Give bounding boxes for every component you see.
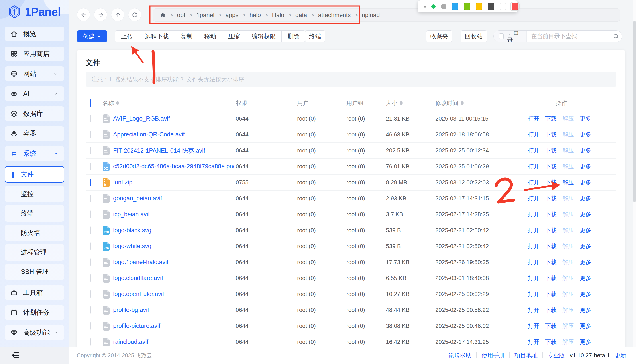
color-swatch[interactable] [464,3,470,10]
page-scrollbar-track[interactable] [633,0,636,364]
file-name-link[interactable]: c52d00d2-dc65-486a-bcaa-2948f79ca88e.png [113,163,234,170]
more-link[interactable]: 更多 [580,162,591,170]
open-link[interactable]: 打开 [528,194,539,202]
breadcrumb-item[interactable]: apps [225,12,239,18]
page-scrollbar-thumb[interactable] [633,21,636,202]
open-link[interactable]: 打开 [528,258,539,266]
sidebar-item-diamond[interactable]: 高级功能 [5,325,64,340]
download-link[interactable]: 下载 [545,115,557,122]
file-name-link[interactable]: gongan_beian.avif [113,195,162,202]
toolbar-button[interactable]: 删除 [281,30,305,42]
sort-control[interactable] [400,101,403,105]
footer-link[interactable]: 论坛求助 [448,352,471,359]
pro-edition-link[interactable]: 专业版 [547,352,565,359]
sort-control[interactable] [461,101,464,105]
unzip-link[interactable]: 解压 [562,306,574,314]
nav-back-button[interactable] [77,8,90,21]
more-link[interactable]: 更多 [580,226,591,234]
search-button[interactable] [610,30,622,42]
nav-up-button[interactable] [111,8,124,21]
unzip-link[interactable]: 解压 [562,115,574,122]
more-link[interactable]: 更多 [580,274,591,282]
unzip-link[interactable]: 解压 [562,147,574,154]
row-checkbox[interactable] [90,147,91,154]
terminal-button[interactable]: 终端 [305,30,325,42]
subdir-checkbox[interactable] [499,34,504,39]
more-link[interactable]: 更多 [580,258,591,266]
sort-control[interactable] [116,101,119,105]
open-link[interactable]: 打开 [528,178,539,186]
sidebar-subitem[interactable]: 终端 [5,205,64,222]
download-link[interactable]: 下载 [545,226,557,234]
breadcrumb-item[interactable]: attachments [318,12,351,18]
file-name-link[interactable]: logo.openEuler.avif [113,291,164,298]
row-checkbox[interactable] [90,290,91,298]
download-link[interactable]: 下载 [545,290,557,298]
download-link[interactable]: 下载 [545,338,557,346]
open-link[interactable]: 打开 [528,290,539,298]
download-link[interactable]: 下载 [545,306,557,314]
file-name-link[interactable]: font.zip [113,179,132,186]
update-link[interactable]: 更新 [615,352,626,359]
file-name-link[interactable]: icp_beian.avif [113,211,150,218]
unzip-link[interactable]: 解压 [562,162,574,170]
file-name-link[interactable]: FIT-202412-1PANEL-014-陈葵.avif [113,147,205,155]
sidebar-item-appstore[interactable]: 应用商店 [5,46,64,61]
unzip-link[interactable]: 解压 [562,338,574,346]
download-link[interactable]: 下载 [545,194,557,202]
more-link[interactable]: 更多 [580,322,591,330]
row-checkbox[interactable] [90,258,91,266]
open-link[interactable]: 打开 [528,210,539,218]
more-link[interactable]: 更多 [580,131,591,138]
file-name-link[interactable]: logo-black.svg [113,227,151,234]
breadcrumb-item[interactable]: 1panel [196,12,214,18]
brush-size-dot[interactable] [431,4,436,9]
row-checkbox[interactable] [90,242,91,250]
collapse-sidebar-icon[interactable] [11,352,20,359]
open-link[interactable]: 打开 [528,338,539,346]
open-link[interactable]: 打开 [528,147,539,154]
breadcrumb-item[interactable]: data [295,12,307,18]
download-link[interactable]: 下载 [545,131,557,138]
more-link[interactable]: 更多 [580,147,591,154]
more-link[interactable]: 更多 [580,115,591,122]
search-input[interactable] [527,30,610,42]
row-checkbox[interactable] [90,162,91,170]
footer-link[interactable]: 使用手册 [481,352,504,359]
file-name-link[interactable]: logo.1panel-halo.avif [113,259,168,266]
unzip-link[interactable]: 解压 [562,131,574,138]
row-checkbox[interactable] [90,178,91,186]
brush-size-dot[interactable] [441,4,446,9]
open-link[interactable]: 打开 [528,162,539,170]
more-link[interactable]: 更多 [580,290,591,298]
more-link[interactable]: 更多 [580,194,591,202]
download-link[interactable]: 下载 [545,210,557,218]
download-link[interactable]: 下载 [545,178,557,186]
toolbar-button[interactable]: 远程下载 [139,30,175,42]
sidebar-item-container[interactable]: 容器 [5,126,64,141]
select-all-checkbox[interactable] [90,99,91,107]
row-checkbox[interactable] [90,226,91,234]
row-checkbox[interactable] [90,115,91,122]
row-checkbox[interactable] [90,210,91,218]
brush-size-dot[interactable] [424,6,426,8]
unzip-link[interactable]: 解压 [562,178,574,186]
unzip-link[interactable]: 解压 [562,226,574,234]
sidebar-subitem[interactable]: 文件 [5,166,64,182]
download-link[interactable]: 下载 [545,162,557,170]
row-checkbox[interactable] [90,338,91,346]
toolbar-button[interactable]: 上传 [115,30,139,42]
file-name-link[interactable]: logo-white.svg [113,243,151,250]
file-name-link[interactable]: logo.cloudflare.avif [113,275,163,282]
create-button[interactable]: 创建 [77,30,107,42]
download-link[interactable]: 下载 [545,258,557,266]
more-link[interactable]: 更多 [580,210,591,218]
more-link[interactable]: 更多 [580,306,591,314]
unzip-link[interactable]: 解压 [562,210,574,218]
open-link[interactable]: 打开 [528,274,539,282]
download-link[interactable]: 下载 [545,322,557,330]
row-checkbox[interactable] [90,322,91,330]
breadcrumb-item[interactable]: Halo [272,12,284,18]
open-link[interactable]: 打开 [528,115,539,122]
more-link[interactable]: 更多 [580,338,591,346]
